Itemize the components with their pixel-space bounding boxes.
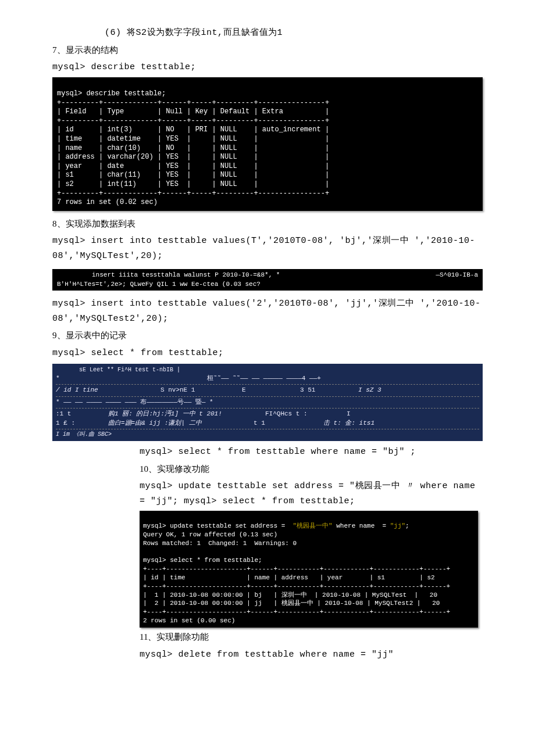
terminal-select: sE Leet ** Fi^H test t-nbIB | * 桓˜˜—— ˜˜… — [52, 364, 483, 441]
term-line: +----+---------------------+------+-----… — [143, 583, 450, 590]
term-line: | name | char(10) | NO | | NULL | | — [57, 144, 329, 152]
term-line: * —— —— ———— ———— ——— 布————————号—— 暨— * — [56, 398, 479, 407]
section-9-title: 9、显示表中的记录 — [52, 328, 483, 343]
terminal-describe: mysql> describe testtable; +---------+--… — [52, 77, 483, 211]
section-9-cmd2: mysql> select * from testtable where nam… — [52, 445, 483, 460]
section-9-cmd: mysql> select * from testtable; — [52, 346, 483, 361]
cell: :1 t — [56, 410, 108, 418]
term-line: mysql> describe testtable; — [57, 89, 166, 98]
term-line: +----+---------------------+------+-----… — [143, 608, 450, 615]
document-page: (6) 将S2设为数字字段int,而且缺省值为1 7、显示表的结构 mysql>… — [0, 0, 535, 699]
term-line: Rows matched: 1 Changed: 1 Warnings: 0 — [143, 540, 297, 547]
term-line: mysql> select * from testtable; — [143, 557, 262, 564]
cell: 曲白=蹦=由& ijj :谦划| 二中 — [108, 419, 254, 428]
term-line: +---------+-------------+------+-----+--… — [57, 99, 329, 107]
term-line: | id | time | name | address | year | s1… — [143, 574, 435, 581]
term-line: +----+---------------------+------+-----… — [143, 565, 450, 572]
term-line: mysql> update testtable set address = "桃… — [143, 522, 409, 529]
term-line: +---------+-------------+------+-----+--… — [57, 117, 329, 125]
term-line: insert iiita tessttahla walunst P 2010-I… — [92, 271, 280, 280]
section-10-cmd: mysql> update testtable set address = "桃… — [52, 479, 483, 508]
term-line: | id | int(3) | NO | PRI | NULL | auto_i… — [57, 126, 329, 134]
term-line: 2 rows in set (0.00 sec) — [143, 617, 235, 624]
term-line: B'H'H^LTes=t',2e>; QLweFy QIL 1 ww Ee-ct… — [57, 280, 478, 289]
cell: I — [347, 410, 351, 418]
term-line: | s2 | int(11) | YES | | NULL | | — [57, 180, 329, 188]
col-e: E — [242, 386, 300, 395]
cell: 击 t: 金: its1 — [323, 419, 374, 428]
term-line: | 2 | 2010-10-08 00:00:00 | jj | 桃园县一中 |… — [143, 600, 440, 607]
term-line: Query OK, 1 row affected (0.13 sec) — [143, 531, 277, 538]
term-line: * — [56, 374, 207, 383]
term-line: | s1 | char(11) | YES | | NULL | | — [57, 171, 329, 179]
cell: 1 £ : — [56, 419, 108, 428]
section-8-cmd2: mysql> insert into testtable values('2',… — [52, 296, 483, 326]
term-line: 7 rows in set (0.02 sec) — [57, 198, 158, 206]
cell: 购1 丽: 的日:hj:沔1] 一中 t 201! — [108, 410, 265, 418]
section-8-cmd: mysql> insert into testtable values(T','… — [52, 234, 483, 263]
col-name: S nv>nE 1 — [160, 386, 242, 395]
section-7-title: 7、显示表的结构 — [52, 43, 483, 58]
section-8-title: 8、实现添加数据到表 — [52, 217, 483, 232]
term-line: —S^010-IB-a — [436, 271, 478, 280]
cell: FI^QHcs t : — [265, 410, 347, 418]
section-10-title: 10、实现修改功能 — [52, 462, 483, 477]
col-id: / id I tine — [56, 386, 160, 395]
term-line: 桓˜˜—— ˜˜—— —— ————— ————4 ——+ — [207, 374, 321, 383]
term-foot: I im 《叫.曲 SBC> — [56, 431, 479, 439]
term-line: | Field | Type | Null | Key | Default | … — [57, 108, 329, 116]
col-year: 3 51 — [300, 386, 358, 395]
item-6: (6) 将S2设为数字字段int,而且缺省值为1 — [52, 26, 483, 41]
term-line: sE Leet ** Fi^H test t-nbIB | — [56, 366, 479, 374]
term-line: | year | date | YES | | NULL | | — [57, 162, 329, 170]
term-line: | address | varchar(20) | YES | | NULL |… — [57, 153, 329, 161]
col-sz: I sZ 3 — [358, 386, 479, 395]
term-line: +---------+-------------+------+-----+--… — [57, 189, 329, 198]
term-line: | time | datetime | YES | | NULL | | — [57, 135, 329, 143]
section-11-cmd: mysql> delete from testtable where name … — [52, 647, 483, 662]
section-7-cmd: mysql> describe testtable; — [52, 60, 483, 75]
cell: t 1 — [254, 419, 323, 428]
terminal-insert: insert iiita tessttahla walunst P 2010-I… — [52, 269, 483, 291]
term-line: | 1 | 2010-10-08 00:00:00 | bj | 深圳一中 | … — [143, 592, 437, 599]
terminal-update: mysql> update testtable set address = "桃… — [140, 511, 478, 628]
section-11-title: 11、实现删除功能 — [52, 630, 483, 645]
